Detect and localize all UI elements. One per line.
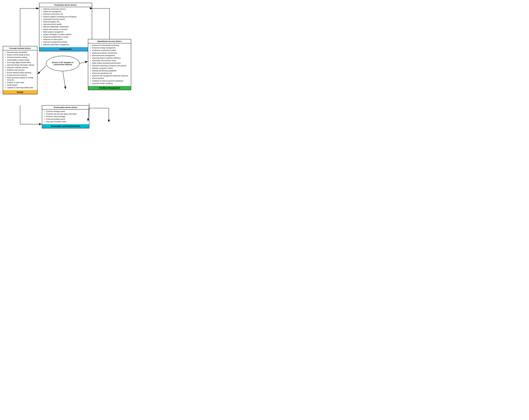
list-item: Enhanced decision-making bbox=[7, 56, 36, 58]
preservation-title: Preservation-driven drivers bbox=[42, 105, 89, 109]
preservation-footer: Restoration and Refurbishment bbox=[42, 124, 89, 128]
list-item: Real-world asset management bbox=[92, 54, 130, 57]
list-item: Proactive and accurate status informatio… bbox=[46, 113, 88, 115]
list-item: Real-time data visualisation bbox=[7, 51, 36, 53]
list-item: Feedback to improve personal satisfactio… bbox=[92, 80, 130, 82]
list-item: Improved climate conditions bbox=[92, 82, 130, 85]
list-item: Enhanced environmental monitoring bbox=[92, 44, 130, 46]
list-item: Finite elemental analysis of existing st… bbox=[7, 77, 36, 81]
list-item: Improved product quality bbox=[43, 23, 91, 26]
list-item: Encourage digital transformation bbox=[7, 61, 36, 64]
list-item: Maintain occupants' comfort bbox=[92, 67, 130, 69]
concept-footer: Design bbox=[3, 90, 37, 94]
center-ellipse: Drivers of DT adoption in construction i… bbox=[46, 56, 79, 71]
operational-content: Enhanced environmental monitoringEnhance… bbox=[88, 43, 131, 86]
list-item: Optimise construction process bbox=[43, 8, 91, 10]
operational-box: Operational success drivers Enhanced env… bbox=[88, 39, 131, 90]
list-item: Better project operational performance bbox=[92, 62, 130, 64]
operational-footer: Facilities Management bbox=[88, 86, 131, 90]
list-item: Improved renovation works bbox=[46, 120, 88, 123]
list-item: Sustainability in project design bbox=[7, 59, 36, 61]
list-item: Secure systems bbox=[92, 77, 130, 79]
operational-list: Enhanced environmental monitoringEnhance… bbox=[90, 44, 130, 85]
preservation-box: Preservation-driven drivers Conserve her… bbox=[42, 105, 89, 128]
list-item: Reduced logistics risk bbox=[43, 21, 91, 23]
list-item: Enhanced predictive maintenance bbox=[92, 52, 130, 54]
preservation-list: Conserve heritage assetsProactive and ac… bbox=[43, 110, 88, 123]
production-content: Optimise construction processSafety risk… bbox=[39, 7, 92, 47]
list-item: Improved management activities bbox=[43, 41, 91, 43]
list-item: Effective stakeholder collaboration bbox=[43, 26, 91, 28]
list-item: Safety risk management bbox=[43, 11, 91, 13]
production-box: Production-driven drivers Optimise const… bbox=[39, 3, 92, 51]
production-list: Optimise construction processSafety risk… bbox=[41, 8, 91, 46]
list-item: Enabled smart services bbox=[7, 69, 36, 71]
concept-list: Real-time data visualisationReduce overa… bbox=[4, 51, 36, 89]
list-item: Automation and real-time control bbox=[92, 59, 130, 62]
list-item: Improved self-management ergonomic expos… bbox=[92, 75, 130, 77]
concept-content: Real-time data visualisationReduce overa… bbox=[3, 50, 37, 90]
list-item: Enhanced building retrofit bbox=[46, 118, 88, 120]
production-footer: Construction bbox=[39, 47, 92, 51]
list-item: Creation of asset value bbox=[7, 81, 36, 84]
concept-box: Concept-oriented drivers Real-time data … bbox=[3, 46, 37, 94]
svg-line-5 bbox=[63, 71, 66, 89]
list-item: Preserve cultural heritage bbox=[46, 115, 88, 118]
svg-line-4 bbox=[38, 66, 46, 74]
list-item: Social support bbox=[7, 84, 36, 86]
ellipse-text: Drivers of DT adoption in construction i… bbox=[48, 61, 78, 66]
list-item: Real-time networking of products and sys… bbox=[92, 65, 130, 67]
list-item: Understand structural actions bbox=[43, 18, 91, 20]
list-item: Enhanced energy management bbox=[92, 47, 130, 49]
list-item: Continuous monitoring of assets bbox=[92, 49, 130, 52]
list-item: Reduced construction cost bbox=[43, 13, 91, 15]
list-item: Effective stakeholder management bbox=[43, 43, 91, 46]
list-item: Output controlling of complex systems bbox=[43, 33, 91, 36]
list-item: Improved project's operation efficiency bbox=[92, 57, 130, 59]
operational-title: Operational success drivers bbox=[88, 39, 131, 43]
production-title: Production-driven drivers bbox=[39, 3, 92, 7]
diagram-container: Production-driven drivers Optimise const… bbox=[3, 3, 131, 128]
concept-title: Concept-oriented drivers bbox=[3, 46, 37, 50]
list-item: Capacity of improving building data bbox=[7, 87, 36, 89]
list-item: Reduce overall design process bbox=[7, 54, 36, 56]
list-item: Better project management bbox=[43, 31, 91, 33]
preservation-content: Conserve heritage assetsProactive and ac… bbox=[42, 109, 89, 124]
list-item: Conserve heritage assets bbox=[46, 110, 88, 113]
list-item: Ensure effective project planning bbox=[7, 72, 36, 74]
list-item: Reduced non-fatal injuries bbox=[43, 38, 91, 41]
list-item: Enhanced prefabrication of assets bbox=[43, 36, 91, 38]
list-item: Enhanced operational cost bbox=[92, 72, 130, 74]
list-item: Improved materials selection bbox=[7, 66, 36, 69]
list-item: Enhance logistics monitoring and simulat… bbox=[43, 16, 91, 18]
list-item: Provide technical solutions bbox=[7, 74, 36, 76]
list-item: Deliver new products or services bbox=[43, 28, 91, 31]
svg-line-3 bbox=[79, 61, 88, 64]
list-item: Improved design information delivery bbox=[7, 64, 36, 66]
list-item: Develop self-learning capabilities bbox=[92, 70, 130, 72]
